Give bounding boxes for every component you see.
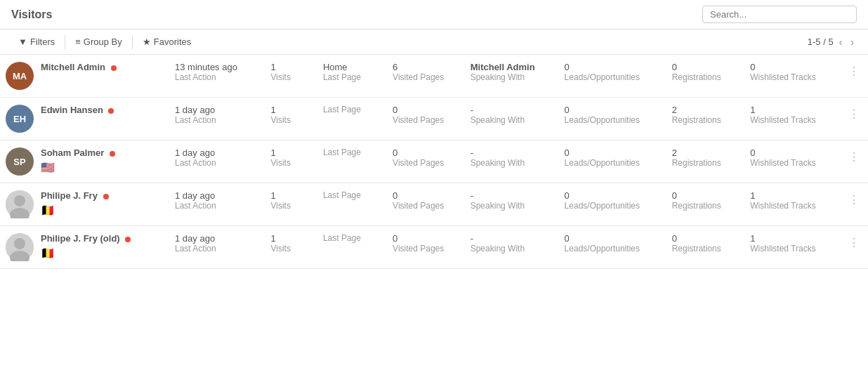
visitor-name: Philipe J. Fry (old)	[41, 233, 131, 245]
leads-cell: 0 Leads/Opportunities	[559, 98, 666, 140]
svg-point-1	[14, 195, 25, 206]
speaking-with-value: -	[471, 190, 553, 201]
row-action-cell: ⋮	[840, 98, 868, 140]
visited-pages-value: 0	[393, 147, 459, 158]
visited-pages-label: Visited Pages	[393, 72, 459, 82]
pagination-text: 1-5 / 5	[808, 37, 834, 47]
row-action-button[interactable]: ⋮	[846, 62, 862, 81]
visitor-cell: Philipe J. Fry 🇧🇪	[0, 183, 169, 226]
toolbar: ▼ Filters ≡ Group By ★ Favorites 1-5 / 5…	[0, 29, 868, 55]
wishlisted-cell: 1 Wishlisted Tracks	[744, 183, 840, 226]
filters-label: Filters	[30, 37, 55, 47]
registrations-value: 0	[672, 62, 739, 72]
wishlisted-label: Wishlisted Tracks	[750, 201, 834, 211]
prev-page-button[interactable]: ‹	[836, 35, 846, 49]
registrations-label: Registrations	[672, 72, 739, 82]
wishlisted-label: Wishlisted Tracks	[750, 244, 834, 254]
row-action-button[interactable]: ⋮	[846, 233, 862, 252]
last-action-cell: 13 minutes ago Last Action	[169, 55, 265, 98]
visits-label: Visits	[270, 201, 311, 211]
speaking-with-value: Mitchell Admin	[471, 62, 553, 72]
visitors-table: MA Mitchell Admin 13 minutes ago Last Ac…	[0, 55, 868, 269]
visited-pages-cell: 0 Visited Pages	[387, 183, 465, 226]
registrations-label: Registrations	[672, 115, 739, 125]
speaking-with-cell: Mitchell Admin Speaking With	[465, 55, 559, 98]
registrations-cell: 2 Registrations	[666, 98, 745, 140]
registrations-value: 0	[672, 190, 739, 201]
page-wrapper: Visitors ▼ Filters ≡ Group By ★ Favorite…	[0, 0, 868, 375]
top-bar: Visitors	[0, 0, 868, 29]
registrations-label: Registrations	[672, 244, 739, 254]
last-page-label: Last Page	[323, 233, 381, 243]
wishlisted-cell: 1 Wishlisted Tracks	[744, 226, 840, 269]
visited-pages-label: Visited Pages	[393, 201, 459, 211]
registrations-cell: 0 Registrations	[666, 55, 745, 98]
filter-icon: ▼	[18, 37, 27, 47]
group-by-button[interactable]: ≡ Group By	[68, 34, 129, 50]
visits-value: 1	[270, 62, 311, 72]
visited-pages-value: 6	[393, 62, 459, 72]
table-row: EH Edwin Hansen 1 day ago Last Action 1 …	[0, 98, 868, 140]
last-action-cell: 1 day ago Last Action	[169, 98, 265, 140]
time-label: Last Action	[175, 201, 259, 211]
visited-pages-cell: 0 Visited Pages	[387, 140, 465, 183]
flag: 🇧🇪	[41, 246, 131, 260]
filters-button[interactable]: ▼ Filters	[11, 34, 62, 50]
leads-cell: 0 Leads/Opportunities	[559, 183, 666, 226]
last-action-cell: 1 day ago Last Action	[169, 140, 265, 183]
next-page-button[interactable]: ›	[848, 35, 857, 49]
last-page-label: Last Page	[323, 105, 381, 114]
time-value: 1 day ago	[175, 190, 259, 201]
last-page-label: Last Page	[323, 190, 381, 200]
leads-label: Leads/Opportunities	[565, 158, 661, 168]
wishlisted-value: 1	[750, 233, 834, 244]
registrations-value: 2	[672, 147, 739, 158]
table-row: SP Soham Palmer 🇺🇸 1 day ago Last Action…	[0, 140, 868, 183]
visitor-cell: SP Soham Palmer 🇺🇸	[0, 140, 169, 183]
favorites-button[interactable]: ★ Favorites	[136, 34, 198, 50]
speaking-with-value: -	[471, 147, 553, 158]
visited-pages-cell: 0 Visited Pages	[387, 226, 465, 269]
registrations-cell: 0 Registrations	[666, 183, 745, 226]
leads-label: Leads/Opportunities	[565, 72, 661, 82]
wishlisted-value: 1	[750, 190, 834, 201]
table-row: Philipe J. Fry (old) 🇧🇪 1 day ago Last A…	[0, 226, 868, 269]
row-action-button[interactable]: ⋮	[846, 105, 862, 124]
wishlisted-value: 0	[750, 147, 834, 158]
speaking-with-cell: - Speaking With	[465, 226, 559, 269]
time-label: Last Action	[175, 72, 259, 82]
avatar: MA	[6, 62, 34, 90]
last-page-cell: Home Last Page	[317, 55, 387, 98]
last-action-cell: 1 day ago Last Action	[169, 183, 265, 226]
leads-cell: 0 Leads/Opportunities	[559, 55, 666, 98]
registrations-cell: 2 Registrations	[666, 140, 745, 183]
leads-cell: 0 Leads/Opportunities	[559, 226, 666, 269]
visited-pages-cell: 6 Visited Pages	[387, 55, 465, 98]
speaking-with-label: Speaking With	[471, 244, 553, 254]
visits-label: Visits	[270, 115, 311, 125]
group-by-icon: ≡	[75, 37, 81, 47]
row-action-button[interactable]: ⋮	[846, 190, 862, 209]
row-action-button[interactable]: ⋮	[846, 147, 862, 166]
online-indicator	[110, 151, 115, 157]
speaking-with-value: -	[471, 105, 553, 115]
favorites-icon: ★	[143, 37, 151, 47]
registrations-label: Registrations	[672, 158, 739, 168]
search-input[interactable]	[702, 6, 857, 23]
wishlisted-label: Wishlisted Tracks	[750, 158, 834, 168]
toolbar-separator-1	[65, 35, 65, 49]
online-indicator	[111, 65, 117, 71]
visited-pages-value: 0	[393, 105, 459, 115]
leads-value: 0	[565, 190, 661, 201]
avatar: SP	[6, 147, 34, 176]
row-action-cell: ⋮	[840, 226, 868, 269]
leads-label: Leads/Opportunities	[565, 201, 661, 211]
time-value: 13 minutes ago	[175, 62, 259, 72]
registrations-value: 0	[672, 233, 739, 244]
visitor-name: Soham Palmer	[41, 147, 115, 159]
wishlisted-cell: 1 Wishlisted Tracks	[744, 98, 840, 140]
favorites-label: Favorites	[154, 37, 191, 47]
flag: 🇺🇸	[41, 161, 115, 174]
online-indicator	[125, 237, 131, 242]
visitor-name: Edwin Hansen	[41, 105, 114, 117]
